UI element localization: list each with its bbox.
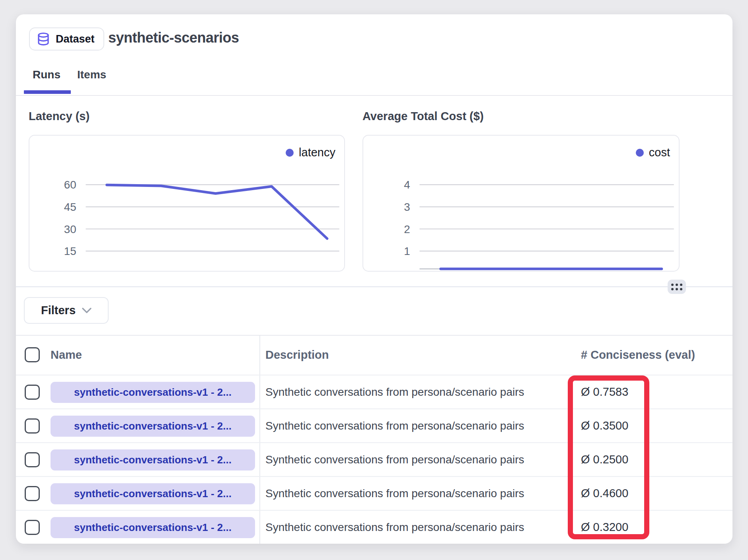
legend-label: latency xyxy=(299,146,335,159)
run-name-link[interactable]: synthetic-conversations-v1 - 2... xyxy=(51,449,255,471)
charts-section-divider xyxy=(16,286,732,287)
chevron-down-icon xyxy=(82,307,92,313)
filters-button[interactable]: Filters xyxy=(24,297,109,324)
latency-legend: latency xyxy=(286,146,335,159)
select-all-checkbox[interactable] xyxy=(25,347,40,362)
table-row: synthetic-conversations-v1 - 2... Synthe… xyxy=(16,375,732,408)
svg-text:2: 2 xyxy=(404,223,410,235)
column-header-conciseness[interactable]: # Conciseness (eval) xyxy=(581,348,695,362)
run-description: Synthetic conversations from persona/sce… xyxy=(265,409,524,442)
svg-text:3: 3 xyxy=(404,201,410,213)
svg-text:4: 4 xyxy=(404,179,410,191)
legend-label: cost xyxy=(649,146,670,159)
tab-items[interactable]: Items xyxy=(77,68,106,81)
legend-dot-icon xyxy=(286,149,294,157)
run-conciseness-value: Ø 0.3200 xyxy=(581,511,628,544)
table-row: synthetic-conversations-v1 - 2... Synthe… xyxy=(16,442,732,476)
run-name-link[interactable]: synthetic-conversations-v1 - 2... xyxy=(51,382,255,403)
svg-text:45: 45 xyxy=(64,201,76,213)
app-screenshot: { "colors": { "accent": "#5a5fd6", "tab_… xyxy=(0,0,748,560)
page-title: synthetic-scenarios xyxy=(108,29,239,46)
active-tab-indicator xyxy=(24,90,71,94)
cost-legend: cost xyxy=(636,146,670,159)
run-conciseness-value: Ø 0.4600 xyxy=(581,477,628,510)
dataset-type-badge: Dataset xyxy=(29,27,104,51)
tabstrip-divider xyxy=(16,95,732,96)
run-description: Synthetic conversations from persona/sce… xyxy=(265,511,524,544)
svg-text:60: 60 xyxy=(64,179,76,191)
table-body: synthetic-conversations-v1 - 2... Synthe… xyxy=(16,375,732,544)
table-row: synthetic-conversations-v1 - 2... Synthe… xyxy=(16,476,732,510)
cost-line-plot: 4321 xyxy=(363,136,679,271)
run-name-link[interactable]: synthetic-conversations-v1 - 2... xyxy=(51,483,255,504)
table-header-row: Name Description # Conciseness (eval) xyxy=(16,335,732,375)
column-header-name[interactable]: Name xyxy=(51,348,82,362)
badge-label: Dataset xyxy=(56,33,95,45)
run-name-link[interactable]: synthetic-conversations-v1 - 2... xyxy=(51,517,255,538)
run-conciseness-value: Ø 0.7583 xyxy=(581,375,628,408)
svg-text:30: 30 xyxy=(64,223,76,235)
dataset-page-card: Dataset synthetic-scenarios Runs Items L… xyxy=(16,14,732,544)
tab-bar: Runs Items xyxy=(33,68,106,81)
legend-dot-icon xyxy=(636,149,644,157)
run-description: Synthetic conversations from persona/sce… xyxy=(265,443,524,476)
filters-button-label: Filters xyxy=(41,304,76,317)
row-checkbox[interactable] xyxy=(25,486,40,501)
table-row: synthetic-conversations-v1 - 2... Synthe… xyxy=(16,408,732,442)
run-description: Synthetic conversations from persona/sce… xyxy=(265,375,524,408)
latency-chart-title: Latency (s) xyxy=(29,110,90,123)
svg-text:15: 15 xyxy=(64,245,76,257)
run-conciseness-value: Ø 0.2500 xyxy=(581,443,628,476)
tab-runs[interactable]: Runs xyxy=(33,68,60,81)
run-conciseness-value: Ø 0.3500 xyxy=(581,409,628,442)
column-header-description[interactable]: Description xyxy=(265,348,329,362)
run-name-link[interactable]: synthetic-conversations-v1 - 2... xyxy=(51,416,255,437)
row-checkbox[interactable] xyxy=(25,452,40,467)
run-description: Synthetic conversations from persona/sce… xyxy=(265,477,524,510)
latency-chart[interactable]: 60453015 latency xyxy=(29,135,345,272)
cost-chart-title: Average Total Cost ($) xyxy=(362,110,484,123)
table-row: synthetic-conversations-v1 - 2... Synthe… xyxy=(16,510,732,544)
cost-chart[interactable]: 4321 cost xyxy=(362,135,680,272)
grip-dots-icon xyxy=(671,284,682,290)
resize-grip-handle[interactable] xyxy=(668,280,686,294)
row-checkbox[interactable] xyxy=(25,418,40,434)
row-checkbox[interactable] xyxy=(25,520,40,535)
row-checkbox[interactable] xyxy=(25,385,40,400)
svg-text:1: 1 xyxy=(404,245,410,257)
database-icon xyxy=(36,31,51,47)
